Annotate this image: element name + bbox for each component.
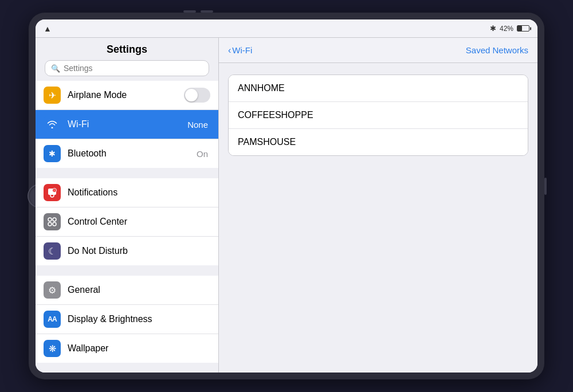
settings-group-connectivity: ✈ Airplane Mode bbox=[36, 81, 218, 168]
tablet-device: ▲ ✱ 42% Settings 🔍 bbox=[29, 13, 544, 379]
chevron-left-icon: ‹ bbox=[228, 45, 231, 56]
bluetooth-status-icon: ✱ bbox=[490, 24, 496, 33]
notifications-icon bbox=[44, 184, 61, 201]
wifi-value: None bbox=[187, 120, 208, 130]
settings-item-notifications[interactable]: Notifications bbox=[36, 178, 218, 207]
network-name-pamshouse: PAMSHOUSE bbox=[238, 137, 296, 147]
status-bar: ▲ ✱ 42% bbox=[36, 19, 537, 38]
toggle-thumb bbox=[185, 89, 198, 101]
wifi-signal-icon: ▲ bbox=[44, 24, 52, 33]
bluetooth-label: Bluetooth bbox=[68, 148, 197, 159]
network-name-coffeeshoppe: COFFEESHOPPE bbox=[238, 110, 313, 120]
svg-point-4 bbox=[53, 218, 56, 221]
bluetooth-value: On bbox=[197, 149, 208, 159]
volume-buttons bbox=[183, 10, 213, 13]
airplane-mode-label: Airplane Mode bbox=[68, 90, 184, 100]
network-item-annhome[interactable]: ANNHOME bbox=[229, 75, 528, 102]
wifi-label: Wi-Fi bbox=[68, 119, 187, 130]
wifi-panel: ‹ Wi-Fi Saved Networks ANNHOME COFFEESHO… bbox=[219, 38, 537, 373]
network-name-annhome: ANNHOME bbox=[238, 83, 285, 93]
do-not-disturb-label: Do Not Disturb bbox=[68, 246, 210, 256]
network-item-pamshouse[interactable]: PAMSHOUSE bbox=[229, 129, 528, 155]
settings-list: ✈ Airplane Mode bbox=[36, 81, 218, 373]
tablet-screen: ▲ ✱ 42% Settings 🔍 bbox=[36, 19, 537, 373]
search-input[interactable] bbox=[64, 64, 203, 73]
settings-item-airplane-mode[interactable]: ✈ Airplane Mode bbox=[36, 81, 218, 110]
bluetooth-icon: ✱ bbox=[44, 145, 61, 162]
network-item-coffeeshoppe[interactable]: COFFEESHOPPE bbox=[229, 102, 528, 129]
wifi-content: ANNHOME COFFEESHOPPE PAMSHOUSE bbox=[219, 63, 537, 373]
settings-group-general: ⚙ General AA Display & Brightness ❋ Wall… bbox=[36, 276, 218, 363]
battery-fill bbox=[517, 26, 522, 31]
settings-header: Settings 🔍 bbox=[36, 38, 218, 81]
vol-down-button[interactable] bbox=[201, 10, 213, 13]
airplane-mode-toggle[interactable] bbox=[184, 88, 210, 103]
wallpaper-label: Wallpaper bbox=[68, 343, 210, 354]
display-brightness-label: Display & Brightness bbox=[68, 314, 210, 324]
svg-point-6 bbox=[53, 222, 56, 226]
content-area: Settings 🔍 ✈ Airplane Mode bbox=[36, 38, 537, 373]
wallpaper-icon: ❋ bbox=[44, 340, 61, 357]
svg-point-5 bbox=[48, 222, 52, 226]
settings-item-wallpaper[interactable]: ❋ Wallpaper bbox=[36, 334, 218, 363]
settings-item-display-brightness[interactable]: AA Display & Brightness bbox=[36, 305, 218, 334]
airplane-mode-icon: ✈ bbox=[44, 87, 61, 104]
settings-panel: Settings 🔍 ✈ Airplane Mode bbox=[36, 38, 219, 373]
svg-point-2 bbox=[53, 189, 56, 191]
saved-networks-list: ANNHOME COFFEESHOPPE PAMSHOUSE bbox=[228, 75, 528, 156]
vol-up-button[interactable] bbox=[183, 10, 196, 13]
saved-networks-button[interactable]: Saved Networks bbox=[466, 45, 528, 55]
settings-item-control-center[interactable]: Control Center bbox=[36, 207, 218, 237]
notifications-label: Notifications bbox=[68, 187, 210, 198]
settings-title: Settings bbox=[45, 44, 209, 56]
do-not-disturb-icon: ☾ bbox=[44, 242, 61, 260]
settings-group-system: Notifications Contro bbox=[36, 178, 218, 265]
control-center-label: Control Center bbox=[68, 217, 210, 227]
wifi-header: ‹ Wi-Fi Saved Networks bbox=[219, 38, 537, 63]
battery-percent: 42% bbox=[500, 25, 513, 33]
general-icon: ⚙ bbox=[44, 281, 61, 299]
settings-item-general[interactable]: ⚙ General bbox=[36, 276, 218, 305]
general-label: General bbox=[68, 285, 210, 295]
settings-item-bluetooth[interactable]: ✱ Bluetooth On bbox=[36, 139, 218, 168]
back-label: Wi-Fi bbox=[232, 45, 252, 55]
display-brightness-icon: AA bbox=[44, 311, 61, 328]
settings-item-do-not-disturb[interactable]: ☾ Do Not Disturb bbox=[36, 237, 218, 265]
status-right: ✱ 42% bbox=[490, 24, 529, 33]
battery-icon bbox=[517, 25, 529, 32]
svg-point-3 bbox=[48, 218, 52, 221]
control-center-icon bbox=[44, 213, 61, 230]
group-spacer-2 bbox=[36, 265, 218, 276]
settings-item-wifi[interactable]: Wi-Fi None bbox=[36, 110, 218, 139]
search-icon: 🔍 bbox=[51, 64, 60, 73]
power-button[interactable] bbox=[544, 178, 547, 195]
search-bar[interactable]: 🔍 bbox=[45, 60, 209, 76]
group-spacer-1 bbox=[36, 168, 218, 178]
wifi-icon bbox=[44, 116, 61, 133]
back-button[interactable]: ‹ Wi-Fi bbox=[228, 45, 252, 56]
